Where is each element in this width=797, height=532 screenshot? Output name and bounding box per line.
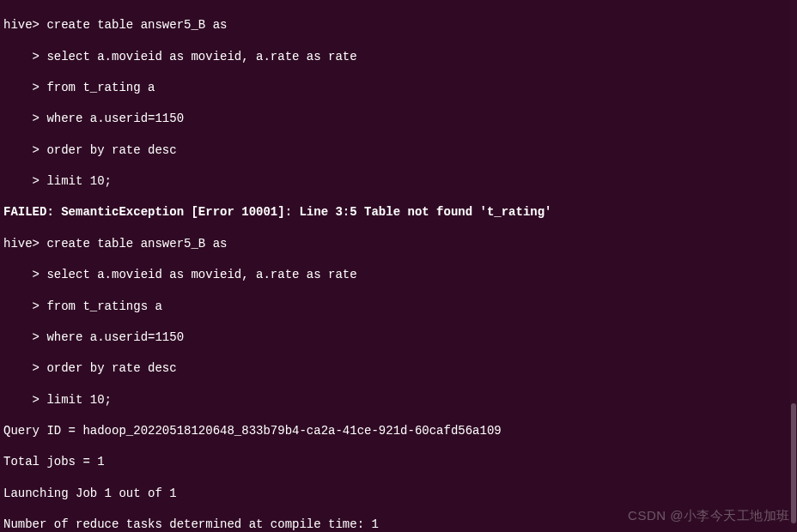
terminal-line: > from t_ratings a [3, 299, 794, 314]
terminal-line: Total jobs = 1 [3, 454, 794, 469]
terminal-line: > limit 10; [3, 392, 794, 408]
terminal-line: hive> create table answer5_B as [3, 236, 794, 251]
terminal-line: > select a.movieid as movieid, a.rate as… [3, 267, 794, 282]
terminal-output[interactable]: hive> create table answer5_B as > select… [3, 2, 794, 532]
terminal-line: Launching Job 1 out of 1 [3, 486, 794, 501]
terminal-line: > where a.userid=1150 [3, 329, 794, 345]
scrollbar-track[interactable] [790, 0, 797, 532]
terminal-line: Query ID = hadoop_20220518120648_833b79b… [3, 423, 794, 438]
terminal-line: > select a.movieid as movieid, a.rate as… [3, 49, 794, 64]
scrollbar-thumb[interactable] [791, 403, 796, 523]
terminal-line: > where a.userid=1150 [3, 111, 794, 126]
watermark-text: CSDN @小李今天工地加班 [628, 507, 790, 524]
terminal-error-line: FAILED: SemanticException [Error 10001]:… [3, 204, 794, 220]
terminal-line: > limit 10; [3, 173, 794, 189]
terminal-line: > from t_rating a [3, 80, 794, 95]
terminal-line: > order by rate desc [3, 360, 794, 376]
terminal-line: hive> create table answer5_B as [3, 17, 794, 33]
terminal-line: > order by rate desc [3, 142, 794, 158]
